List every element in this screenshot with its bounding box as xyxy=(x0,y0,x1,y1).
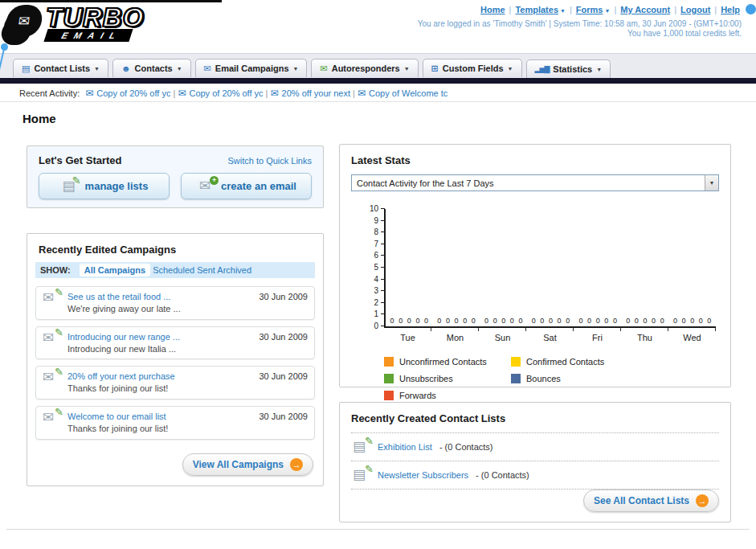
manage-lists-button[interactable]: ▤✎ manage lists xyxy=(39,173,170,199)
top-nav-templates[interactable]: Templates▼ xyxy=(515,5,566,14)
contact-list-item[interactable]: ▤✎Newsletter Subscribers- (0 Contacts) xyxy=(351,461,719,490)
bar-group: 00000 xyxy=(622,317,669,325)
bar-group: 00000 xyxy=(480,317,527,325)
switch-quick-links-link[interactable]: Switch to Quick Links xyxy=(227,156,312,166)
y-tick-label: 4 xyxy=(364,276,378,284)
legend-label: Bounces xyxy=(526,374,561,383)
see-all-contact-lists-button[interactable]: See All Contact Lists → xyxy=(583,490,719,512)
bar-value-label: 0 xyxy=(613,317,617,325)
campaign-text: Introducing our new range ...Introducing… xyxy=(67,331,180,355)
campaign-subtitle: Thanks for joining our list! xyxy=(67,423,168,435)
bar-value-label: 0 xyxy=(673,317,677,325)
campaigns-title: Recently Edited Campaigns xyxy=(27,234,323,262)
nav-tab-contacts[interactable]: ☻Contacts▼ xyxy=(112,59,191,77)
x-tick-mark xyxy=(621,328,668,331)
recent-activity-item[interactable]: ✉Copy of Welcome tc xyxy=(358,88,447,99)
x-tick-mark xyxy=(574,328,621,331)
nav-tab-autoresponders[interactable]: ✉Autoresponders▼ xyxy=(311,59,418,77)
campaign-title-link[interactable]: See us at the retail food ... xyxy=(67,291,181,303)
nav-tab-statistics[interactable]: ▂▅▇Statistics▼ xyxy=(526,59,611,78)
get-started-panel: Let's Get Started Switch to Quick Links … xyxy=(27,145,324,208)
nav-tab-label: Email Campaigns xyxy=(215,64,289,73)
envelope-icon: ✉ xyxy=(358,88,366,99)
bar-value-label: 0 xyxy=(518,317,522,325)
campaign-title-link[interactable]: 20% off your next purchase xyxy=(67,371,175,383)
view-all-campaigns-button[interactable]: View All Campaigns → xyxy=(182,453,313,476)
envelope-pencil-icon: ✉✎ xyxy=(43,371,60,385)
list-pencil-icon: ▤✎ xyxy=(353,468,370,482)
bar-value-label: 0 xyxy=(407,317,411,325)
contact-list-name-link[interactable]: Newsletter Subscribers xyxy=(378,470,468,480)
campaign-tab-archived[interactable]: Archived xyxy=(217,265,251,275)
bar-value-label: 0 xyxy=(578,317,582,325)
top-nav-my-account[interactable]: My Account xyxy=(620,5,670,14)
legend-swatch xyxy=(384,357,394,367)
top-nav-forms[interactable]: Forms▼ xyxy=(576,5,611,14)
bar-value-label: 0 xyxy=(652,317,656,325)
top-nav-home[interactable]: Home xyxy=(480,5,505,14)
campaign-tab-all-campaigns[interactable]: All Campaigns xyxy=(80,264,150,277)
campaigns-panel: Recently Edited Campaigns SHOW: All Camp… xyxy=(27,233,324,486)
logo-envelope-icon: ✉ xyxy=(4,5,44,37)
nav-tab-contact-lists[interactable]: ▤Contact Lists▼ xyxy=(13,59,108,77)
stats-filter-select[interactable]: Contact Activity for the Last 7 Days ▼ xyxy=(351,174,719,191)
campaign-tab-sent[interactable]: Sent xyxy=(197,265,215,275)
campaign-tab-scheduled[interactable]: Scheduled xyxy=(153,265,194,275)
campaign-list-item[interactable]: ✉✎Welcome to our email listThanks for jo… xyxy=(35,406,315,440)
bar-value-label: 0 xyxy=(707,317,711,325)
recent-activity-item[interactable]: ✉20% off your next xyxy=(271,88,350,99)
y-tick-label: 6 xyxy=(364,252,378,260)
x-tick-mark xyxy=(431,328,479,331)
app-logo[interactable]: ✉ TURBO EMAIL xyxy=(6,5,144,42)
legend-label: Confirmed Contacts xyxy=(526,357,604,367)
page-bottom-divider xyxy=(6,529,750,530)
campaign-list-item[interactable]: ✉✎See us at the retail food ...We're giv… xyxy=(35,286,315,320)
content: Home Let's Get Started Switch to Quick L… xyxy=(0,112,756,549)
campaign-date: 30 Jun 2009 xyxy=(259,291,308,301)
legend-item: Unconfirmed Contacts xyxy=(384,357,511,367)
contact-lists-title: Recently Created Contact Lists xyxy=(340,403,730,431)
campaign-title-link[interactable]: Introducing our new range ... xyxy=(67,331,180,343)
campaign-subtitle: We're giving away our late ... xyxy=(67,303,181,315)
y-tick-mark xyxy=(381,244,385,244)
envelope-pencil-icon: ✉✎ xyxy=(43,411,60,425)
contact-list-name-link[interactable]: Exhibition List xyxy=(378,442,432,452)
create-email-button[interactable]: ✉+ create an email xyxy=(181,173,312,199)
y-tick-label: 3 xyxy=(364,287,378,295)
top-nav-help[interactable]: Help xyxy=(721,5,740,14)
bar-value-label: 0 xyxy=(566,317,570,325)
bar-value-label: 0 xyxy=(596,317,600,325)
contact-lists-icon: ▤ xyxy=(22,64,30,73)
stats-filter-value: Contact Activity for the Last 7 Days xyxy=(357,178,494,188)
arrow-right-icon: → xyxy=(696,494,709,507)
contact-list-item[interactable]: ▤✎Exhibition List- (0 Contacts) xyxy=(351,433,719,461)
contacts-icon: ☻ xyxy=(121,64,131,73)
latest-stats-title: Latest Stats xyxy=(340,145,730,173)
campaign-list-item[interactable]: ✉✎Introducing our new range ...Introduci… xyxy=(35,326,315,360)
nav-tab-email-campaigns[interactable]: ✉Email Campaigns▼ xyxy=(195,59,308,77)
nav-underline-bar xyxy=(0,78,756,84)
x-axis-label: Mon xyxy=(431,333,479,342)
bar-value-label: 0 xyxy=(415,317,419,325)
y-tick-mark xyxy=(381,279,385,280)
bar-value-label: 0 xyxy=(549,317,553,325)
nav-tab-custom-fields[interactable]: ⊞Custom Fields▼ xyxy=(423,59,522,77)
nav-separator: | xyxy=(509,5,512,14)
bar-value-label: 0 xyxy=(437,317,441,325)
y-tick-mark xyxy=(381,231,385,232)
bar-value-label: 0 xyxy=(532,317,536,325)
campaign-title-link[interactable]: Welcome to our email list xyxy=(67,411,168,423)
top-nav-logout[interactable]: Logout xyxy=(680,5,710,14)
manage-lists-label: manage lists xyxy=(85,180,149,192)
bar-value-label: 0 xyxy=(455,317,459,325)
bar-value-label: 0 xyxy=(540,317,544,325)
legend-label: Unconfirmed Contacts xyxy=(399,357,487,367)
nav-tab-label: Statistics xyxy=(553,64,592,74)
autoresponders-icon: ✉ xyxy=(320,64,327,73)
campaign-subtitle: Introducing our new Italia ... xyxy=(67,343,180,355)
recent-activity-item[interactable]: ✉Copy of 20% off yc xyxy=(178,88,263,99)
campaign-list-item[interactable]: ✉✎20% off your next purchaseThanks for j… xyxy=(35,366,315,399)
recent-activity-item[interactable]: ✉Copy of 20% off yc xyxy=(85,88,170,99)
bar-group: 00000 xyxy=(433,317,480,325)
y-tick-mark xyxy=(381,255,385,256)
